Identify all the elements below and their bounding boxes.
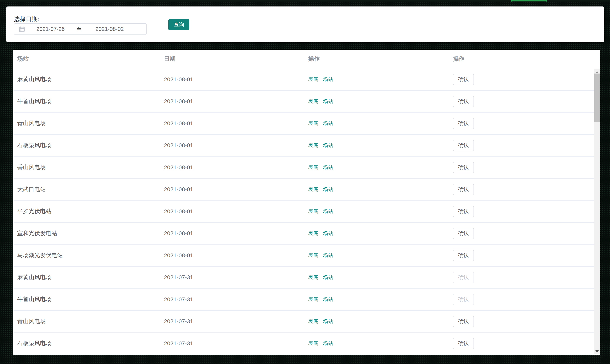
confirm-button[interactable]: 确认 <box>453 96 474 107</box>
table-row: 青山风电场2021-07-31表底场站确认 <box>13 311 594 333</box>
date-cell: 2021-08-01 <box>164 164 308 171</box>
station-cell: 牛首山风电场 <box>13 295 164 303</box>
arrow-down-icon <box>595 350 599 352</box>
filter-panel: 选择日期: 2021-07-26 至 2021-08-02 查询 <box>6 6 604 42</box>
table-bottom-link[interactable]: 表底 <box>308 186 318 193</box>
header-ops: 操作 <box>308 55 453 63</box>
table-row: 宣和光伏发电站2021-08-01表底场站确认 <box>13 223 594 245</box>
date-range-picker[interactable]: 2021-07-26 至 2021-08-02 <box>14 23 147 35</box>
confirm-button[interactable]: 确认 <box>453 250 474 261</box>
confirm-cell: 确认 <box>453 294 594 305</box>
end-date-value[interactable]: 2021-08-02 <box>87 26 133 32</box>
ops-cell: 表底场站 <box>308 274 453 281</box>
scroll-down-button[interactable] <box>594 348 600 355</box>
confirm-button[interactable]: 确认 <box>453 338 474 349</box>
table-bottom-link[interactable]: 表底 <box>308 274 318 281</box>
table-row: 麻黄山风电场2021-08-01表底场站确认 <box>13 69 594 91</box>
scrollbar-thumb[interactable] <box>594 74 600 122</box>
station-link[interactable]: 场站 <box>323 164 333 171</box>
table-row: 牛首山风电场2021-07-31表底场站确认 <box>13 288 594 311</box>
ops-cell: 表底场站 <box>308 76 453 83</box>
station-cell: 牛首山风电场 <box>13 98 164 105</box>
table-row: 麻黄山风电场2021-07-31表底场站确认 <box>13 267 594 289</box>
station-cell: 宣和光伏发电站 <box>13 230 164 237</box>
stations-table: 场站 日期 操作 操作 麻黄山风电场2021-08-01表底场站确认牛首山风电场… <box>13 50 600 355</box>
station-link[interactable]: 场站 <box>323 186 333 193</box>
ops-cell: 表底场站 <box>308 340 453 347</box>
table-row: 石板泉风电场2021-08-01表底场站确认 <box>13 135 594 157</box>
table-row: 平罗光伏电站2021-08-01表底场站确认 <box>13 201 594 223</box>
table-bottom-link[interactable]: 表底 <box>308 252 318 259</box>
station-link[interactable]: 场站 <box>323 296 333 303</box>
station-link[interactable]: 场站 <box>323 274 333 281</box>
station-link[interactable]: 场站 <box>323 252 333 259</box>
station-link[interactable]: 场站 <box>323 230 333 237</box>
station-link[interactable]: 场站 <box>323 340 333 347</box>
header-date: 日期 <box>164 55 308 63</box>
scrollbar-track[interactable] <box>594 69 600 355</box>
arrow-up-icon <box>595 71 599 73</box>
date-cell: 2021-08-01 <box>164 142 308 149</box>
header-confirm: 操作 <box>453 55 600 63</box>
station-link[interactable]: 场站 <box>323 120 333 127</box>
confirm-button[interactable]: 确认 <box>453 316 474 327</box>
date-cell: 2021-07-31 <box>164 340 308 347</box>
confirm-button[interactable]: 确认 <box>453 118 474 129</box>
table-bottom-link[interactable]: 表底 <box>308 120 318 127</box>
station-cell: 平罗光伏电站 <box>13 208 164 215</box>
ops-cell: 表底场站 <box>308 142 453 149</box>
station-link[interactable]: 场站 <box>323 208 333 215</box>
table-bottom-link[interactable]: 表底 <box>308 296 318 303</box>
confirm-button[interactable]: 确认 <box>453 140 474 151</box>
table-bottom-link[interactable]: 表底 <box>308 142 318 149</box>
confirm-cell: 确认 <box>453 338 594 349</box>
table-bottom-link[interactable]: 表底 <box>308 98 318 105</box>
table-bottom-link[interactable]: 表底 <box>308 164 318 171</box>
table-row: 大武口电站2021-08-01表底场站确认 <box>13 179 594 201</box>
confirm-button[interactable]: 确认 <box>453 74 474 85</box>
confirm-button[interactable]: 确认 <box>453 294 474 305</box>
table-bottom-link[interactable]: 表底 <box>308 318 318 325</box>
station-link[interactable]: 场站 <box>323 318 333 325</box>
date-cell: 2021-08-01 <box>164 98 308 104</box>
table-bottom-link[interactable]: 表底 <box>308 340 318 347</box>
confirm-cell: 确认 <box>453 162 594 173</box>
ops-cell: 表底场站 <box>308 252 453 259</box>
table-bottom-link[interactable]: 表底 <box>308 76 318 83</box>
query-button[interactable]: 查询 <box>168 19 189 30</box>
table-body: 麻黄山风电场2021-08-01表底场站确认牛首山风电场2021-08-01表底… <box>13 69 594 355</box>
confirm-cell: 确认 <box>453 250 594 261</box>
table-bottom-link[interactable]: 表底 <box>308 230 318 237</box>
ops-cell: 表底场站 <box>308 186 453 193</box>
date-cell: 2021-08-01 <box>164 120 308 127</box>
ops-cell: 表底场站 <box>308 318 453 325</box>
date-cell: 2021-08-01 <box>164 230 308 236</box>
station-link[interactable]: 场站 <box>323 76 333 83</box>
confirm-button[interactable]: 确认 <box>453 162 474 173</box>
ops-cell: 表底场站 <box>308 164 453 171</box>
confirm-button[interactable]: 确认 <box>453 184 474 195</box>
station-link[interactable]: 场站 <box>323 142 333 149</box>
station-cell: 青山风电场 <box>13 318 164 325</box>
confirm-cell: 确认 <box>453 206 594 217</box>
station-cell: 麻黄山风电场 <box>13 273 164 281</box>
confirm-button[interactable]: 确认 <box>453 272 474 283</box>
table-row: 香山风电场2021-08-01表底场站确认 <box>13 156 594 179</box>
date-cell: 2021-07-31 <box>164 274 308 281</box>
station-cell: 石板泉风电场 <box>13 339 164 347</box>
station-link[interactable]: 场站 <box>323 98 333 105</box>
ops-cell: 表底场站 <box>308 120 453 127</box>
date-cell: 2021-08-01 <box>164 252 308 259</box>
confirm-button[interactable]: 确认 <box>453 228 474 239</box>
confirm-cell: 确认 <box>453 74 594 85</box>
table-bottom-link[interactable]: 表底 <box>308 208 318 215</box>
ops-cell: 表底场站 <box>308 98 453 105</box>
page: { "window": { "green_bar_color": "#2aaa4… <box>0 0 610 364</box>
station-cell: 马场湖光发伏电站 <box>13 251 164 259</box>
date-cell: 2021-08-01 <box>164 76 308 83</box>
confirm-cell: 确认 <box>453 96 594 107</box>
date-cell: 2021-08-01 <box>164 208 308 215</box>
header-station: 场站 <box>13 55 164 63</box>
confirm-button[interactable]: 确认 <box>453 206 474 217</box>
start-date-value[interactable]: 2021-07-26 <box>29 26 71 32</box>
